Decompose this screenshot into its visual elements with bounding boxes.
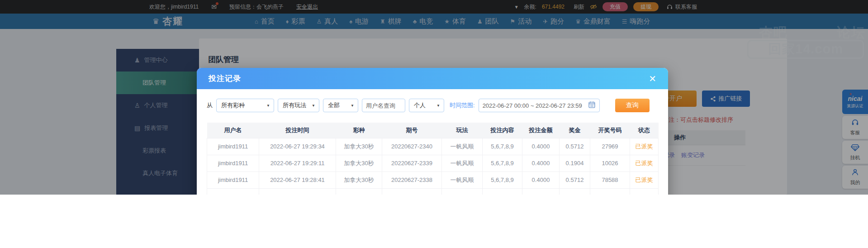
date-range-value: 2022-06-27 00:00 ~ 2022-06-27 23:59 (483, 102, 582, 109)
table-cell: 5,6,7,8,9 (483, 172, 522, 188)
table-cell: 20220627-2338 (382, 172, 442, 188)
from-label: 从 (207, 101, 213, 110)
table-cell: 20220627-2339 (382, 155, 442, 172)
table-cell: 5,6,7,8,9 (483, 155, 522, 172)
table-cell: 2022-06-27 19:29:34 (259, 138, 336, 155)
search-button[interactable]: 查询 (615, 99, 650, 112)
bet-records-modal: 投注记录 ✕ 从 所有彩种 所有玩法 全部 个人 时间范围: 2022-06-2… (197, 68, 668, 195)
table-header-row: 用户名投注时间彩种期号玩法投注内容投注金额奖金开奖号码状态 (207, 123, 659, 138)
username-search-input[interactable] (362, 99, 405, 112)
table-cell: jimbird1911 (207, 172, 259, 188)
table-row: jimbird19112022-06-27 19:29:34加拿大30秒2022… (207, 138, 659, 155)
date-range-input[interactable]: 2022-06-27 00:00 ~ 2022-06-27 23:59 (479, 99, 600, 112)
close-icon[interactable]: ✕ (649, 74, 656, 83)
table-cell: 0.4000 (522, 172, 560, 188)
table-cell: 一帆风顺 (442, 172, 483, 188)
status-badge: 已派奖 (630, 138, 659, 155)
table-row: jimbird19112022-06-27 19:28:41加拿大30秒2022… (207, 172, 659, 188)
column-header-状态: 状态 (630, 123, 659, 138)
column-header-彩种: 彩种 (336, 123, 382, 138)
table-cell: 10026 (590, 155, 630, 172)
table-cell: 0.5712 (560, 172, 590, 188)
table-cell (630, 188, 659, 195)
table-cell: 加拿大30秒 (336, 155, 382, 172)
table-cell: 0.5712 (560, 138, 590, 155)
person-select[interactable]: 个人 (409, 99, 444, 112)
modal-header: 投注记录 ✕ (197, 68, 668, 89)
table-cell: 2022-06-27 19:29:11 (259, 155, 336, 172)
time-range-label: 时间范围: (450, 101, 475, 110)
table-cell (483, 188, 522, 195)
status-badge: 已派奖 (630, 172, 659, 188)
table-cell: jimbird1911 (207, 155, 259, 172)
status-badge: 已派奖 (630, 155, 659, 172)
table-row: jimbird19112022-06-27 19:29:11加拿大30秒2022… (207, 155, 659, 172)
table-cell: 2022-06-27 19:28:41 (259, 172, 336, 188)
table-cell (522, 188, 560, 195)
table-cell: 0.1904 (560, 155, 590, 172)
table-cell (560, 188, 590, 195)
calendar-icon[interactable] (588, 101, 596, 110)
table-cell: 一帆风顺 (442, 138, 483, 155)
column-header-玩法: 玩法 (442, 123, 483, 138)
table-cell: 5,6,7,8,9 (483, 138, 522, 155)
table-cell: 0.4000 (522, 138, 560, 155)
table-cell (259, 188, 336, 195)
table-cell: 一帆风顺 (442, 155, 483, 172)
bet-records-table: 用户名投注时间彩种期号玩法投注内容投注金额奖金开奖号码状态 jimbird191… (207, 123, 659, 195)
column-header-期号: 期号 (382, 123, 442, 138)
scope-select[interactable]: 全部 (323, 99, 358, 112)
table-cell: 加拿大30秒 (336, 172, 382, 188)
table-cell (590, 188, 630, 195)
table-cell: 27969 (590, 138, 630, 155)
modal-title: 投注记录 (209, 73, 241, 84)
table-cell: jimbird1911 (207, 138, 259, 155)
table-cell (336, 188, 382, 195)
screenshot-root: 欢迎您，jimbird1911 ✉ 预留信息：会飞的燕子 安全退出 ▼ 余额: … (0, 0, 868, 248)
table-cell (382, 188, 442, 195)
column-header-投注金额: 投注金额 (522, 123, 560, 138)
table-cell: 0.4000 (522, 155, 560, 172)
filter-row: 从 所有彩种 所有玩法 全部 个人 时间范围: 2022-06-27 00:00… (207, 99, 658, 112)
table-cell: 78588 (590, 172, 630, 188)
table-cell: 20220627-2340 (382, 138, 442, 155)
lottery-type-select[interactable]: 所有彩种 (216, 99, 274, 112)
page: 欢迎您，jimbird1911 ✉ 预留信息：会飞的燕子 安全退出 ▼ 余额: … (0, 0, 868, 195)
column-header-奖金: 奖金 (560, 123, 590, 138)
column-header-投注时间: 投注时间 (259, 123, 336, 138)
play-type-select[interactable]: 所有玩法 (278, 99, 319, 112)
column-header-投注内容: 投注内容 (483, 123, 522, 138)
column-header-用户名: 用户名 (207, 123, 259, 138)
table-cell: 加拿大30秒 (336, 138, 382, 155)
table-row-partial (207, 188, 659, 195)
table-cell (442, 188, 483, 195)
column-header-开奖号码: 开奖号码 (590, 123, 630, 138)
table-cell (207, 188, 259, 195)
